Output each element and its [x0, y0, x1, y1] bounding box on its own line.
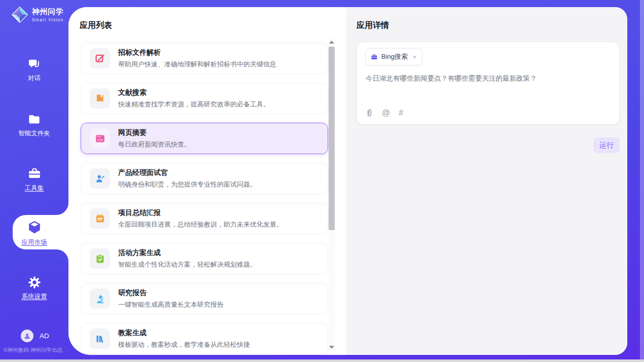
app-detail-title: 应用详情 — [356, 20, 389, 31]
app-desc: 帮助用户快速、准确地理解和解析招标书中的关键信息 — [118, 60, 276, 69]
app-desc: 全面回顾项目进展，总结经验教训，助力未来优化发展。 — [118, 220, 283, 229]
briefcase-icon — [27, 167, 42, 181]
app-list-scrollbar[interactable] — [329, 39, 335, 351]
scroll-down-arrow-icon[interactable] — [329, 346, 334, 349]
query-input-card[interactable]: Bing搜索 × 今日湖北有哪些新闻要点？有哪些需要关注的最新政策？ @ # — [356, 42, 620, 125]
app-name: 活动方案生成 — [118, 248, 257, 258]
attachment-icon[interactable] — [366, 108, 373, 118]
edit-document-icon — [90, 48, 110, 68]
sidebar-item-settings[interactable]: 系统设置 — [0, 275, 68, 301]
tool-tag-label: Bing搜索 — [381, 52, 408, 61]
mention-icon[interactable]: @ — [382, 108, 390, 118]
avatar — [21, 330, 33, 342]
sidebar-item-label: 应用市场 — [22, 238, 47, 247]
book-icon — [90, 88, 110, 108]
app-name: 网页摘要 — [118, 128, 191, 137]
copyright-text: ©神州数码·神州问学出品 — [4, 347, 68, 354]
books-icon — [90, 329, 110, 349]
app-list-title: 应用列表 — [80, 20, 112, 31]
svg-text:</>: </> — [97, 137, 102, 141]
brand-name: 神州问学 — [32, 7, 63, 17]
sidebar-item-chat[interactable]: 对话 — [0, 57, 68, 83]
app-desc: 智能生成个性化活动方案，轻松解决规划难题。 — [118, 260, 257, 269]
app-card-literature-search[interactable]: 文献搜索 快速精准查找学术资源，提高研究效率的必备工具。 — [81, 83, 328, 114]
sidebar-item-label: 对话 — [28, 74, 41, 83]
gear-icon — [27, 275, 42, 289]
app-name: 招标文件解析 — [118, 48, 276, 57]
summary-note-icon — [90, 208, 110, 229]
hashtag-icon[interactable]: # — [399, 108, 403, 118]
sidebar-item-smart-folder[interactable]: 智能文件夹 — [0, 113, 68, 138]
app-card-webpage-summary[interactable]: </> 网页摘要 每日政府新闻资讯快查。 — [81, 123, 328, 154]
brand: 神州问学 Smart Vision — [11, 6, 63, 23]
query-text[interactable]: 今日湖北有哪些新闻要点？有哪些需要关注的最新政策？ — [366, 74, 611, 84]
app-name: 教案生成 — [118, 329, 250, 338]
app-name: 文献搜索 — [118, 88, 270, 97]
app-card-lesson-plan[interactable]: 教案生成 模板驱动，教案秒成，教学准备从此轻松快捷 — [81, 323, 328, 354]
user-account[interactable]: AD — [21, 330, 49, 342]
interviewer-icon — [90, 168, 110, 189]
bubble-curve-bottom — [56, 249, 68, 262]
folder-icon — [27, 113, 41, 126]
sidebar: 神州问学 Smart Vision 对话 智能文件夹 — [0, 0, 68, 362]
app-card-event-plan[interactable]: 活动方案生成 智能生成个性化活动方案，轻松解决规划难题。 — [81, 243, 328, 274]
page-horizontal-scrollbar[interactable] — [0, 359, 644, 362]
app-card-bid-parsing[interactable]: 招标文件解析 帮助用户快速、准确地理解和解析招标书中的关键信息 — [81, 43, 328, 74]
app-card-pm-interviewer[interactable]: 产品经理面试官 明确身份和职责，为您提供专业性的面试问题。 — [81, 163, 328, 194]
cube-icon — [27, 220, 42, 235]
microscope-icon — [90, 288, 110, 309]
briefcase-icon — [371, 54, 378, 60]
app-card-list: 招标文件解析 帮助用户快速、准确地理解和解析招标书中的关键信息 文献搜索 快速精… — [81, 43, 328, 355]
sidebar-item-label: 工具集 — [25, 184, 44, 193]
app-card-research-report[interactable]: 研究报告 一键智能生成高质量长文本研究报告 — [81, 283, 328, 314]
webpage-code-icon: </> — [90, 128, 110, 149]
sidebar-item-label: 系统设置 — [22, 293, 47, 301]
sidebar-item-label: 智能文件夹 — [18, 129, 50, 138]
sidebar-item-toolset[interactable]: 工具集 — [0, 167, 68, 193]
brand-tagline: Smart Vision — [32, 17, 63, 22]
app-desc: 明确身份和职责，为您提供专业性的面试问题。 — [118, 180, 257, 189]
input-action-icons: @ # — [366, 108, 403, 118]
app-desc: 模板驱动，教案秒成，教学准备从此轻松快捷 — [118, 340, 250, 349]
app-name: 研究报告 — [118, 288, 224, 298]
brand-logo-icon — [11, 6, 28, 23]
app-desc: 每日政府新闻资讯快查。 — [118, 140, 191, 149]
scrollbar-thumb[interactable] — [329, 47, 335, 230]
app-card-project-summary[interactable]: 项目总结汇报 全面回顾项目进展，总结经验教训，助力未来优化发展。 — [81, 203, 328, 234]
chat-icon — [27, 57, 41, 71]
app-name: 产品经理面试官 — [118, 168, 257, 177]
tool-tag-bing-search[interactable]: Bing搜索 × — [365, 48, 422, 65]
user-initials: AD — [40, 332, 49, 340]
main-panel: 应用列表 招标文件解析 帮助用户快速、准确地理解和解析招标书中的关键信息 — [68, 7, 627, 355]
app-desc: 一键智能生成高质量长文本研究报告 — [118, 300, 224, 309]
app-list-section: 应用列表 招标文件解析 帮助用户快速、准确地理解和解析招标书中的关键信息 — [68, 7, 346, 355]
app-desc: 快速精准查找学术资源，提高研究效率的必备工具。 — [118, 100, 270, 109]
run-button[interactable]: 运行 — [593, 137, 620, 153]
page-vertical-scrollbar[interactable] — [640, 0, 644, 362]
clipboard-check-icon — [90, 248, 110, 269]
app-detail-section: 应用详情 Bing搜索 × 今日湖北有哪些新闻要点？有哪些需要关注的最新政策？ — [346, 7, 627, 355]
scroll-up-arrow-icon[interactable] — [329, 41, 334, 44]
sidebar-item-app-market[interactable]: 应用市场 — [0, 220, 68, 247]
bubble-curve-top — [56, 203, 68, 215]
tool-tag-close-icon[interactable]: × — [413, 54, 417, 60]
app-name: 项目总结汇报 — [118, 208, 283, 218]
